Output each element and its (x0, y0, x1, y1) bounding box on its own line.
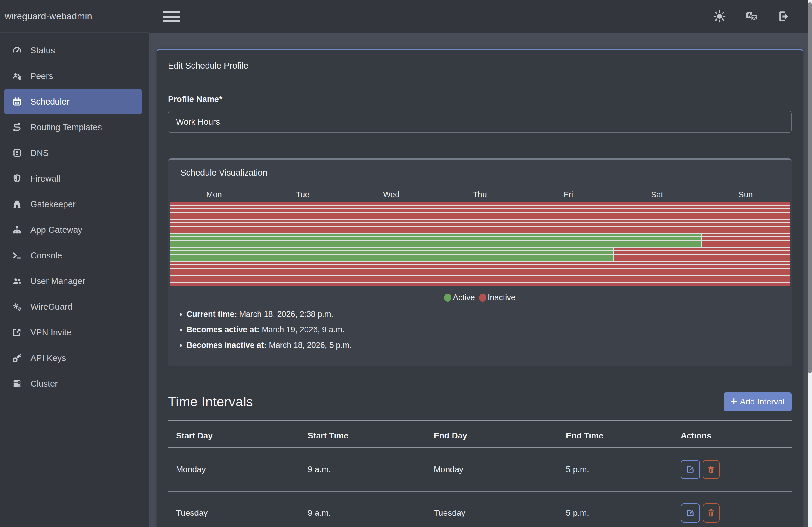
topbar (149, 0, 812, 33)
heatmap-hour-row (170, 223, 790, 226)
heatmap-hour-row (170, 248, 790, 251)
heatmap-hour-row (170, 244, 790, 247)
weekday-labels: MonTueWedThuFriSatSun (168, 186, 792, 202)
menu-toggle-button[interactable] (163, 11, 180, 22)
peers-gear-icon (12, 71, 25, 81)
intervals-table-body: Monday9 a.m.Monday5 p.m. Tuesday9 a.m.Tu… (168, 448, 792, 527)
app-brand: wireguard-webadmin (0, 0, 149, 33)
interval-cell: Monday (434, 448, 566, 491)
add-interval-button[interactable]: + Add Interval (724, 392, 792, 411)
sidebar-item-routing-templates[interactable]: Routing Templates (4, 115, 142, 140)
heatmap-hour-row (170, 230, 790, 233)
language-icon[interactable] (744, 9, 759, 24)
delete-interval-button[interactable] (703, 460, 720, 479)
plus-icon: + (731, 396, 737, 407)
heatmap-hour-row (170, 212, 790, 215)
sidebar-item-wireguard[interactable]: WireGuard (4, 294, 142, 319)
sidebar-item-app-gateway[interactable]: App Gateway (4, 217, 142, 243)
sidebar-item-api-keys[interactable]: API Keys (4, 345, 142, 371)
profile-name-input[interactable] (168, 111, 792, 133)
heatmap-hour-row (170, 279, 790, 282)
route-icon (12, 122, 25, 132)
legend-inactive-label: Inactive (488, 293, 516, 302)
share-icon (12, 327, 25, 337)
weekday-label: Thu (436, 186, 524, 202)
heatmap-hour-row (170, 258, 790, 261)
heatmap-hour-row (170, 255, 790, 258)
pen-square-icon (685, 508, 695, 518)
time-intervals-title: Time Intervals (168, 394, 253, 409)
sidebar-item-label: Cluster (30, 379, 58, 389)
card-title: Edit Schedule Profile (157, 50, 803, 81)
col-start-time: Start Time (307, 421, 433, 448)
heatmap-hour-row (170, 216, 790, 219)
sidebar-item-vpn-invite[interactable]: VPN Invite (4, 319, 142, 345)
sidebar-item-label: App Gateway (30, 225, 82, 235)
col-end-time: End Time (566, 421, 681, 448)
theme-toggle-sun-icon[interactable] (712, 9, 727, 24)
sidebar-item-label: Gatekeeper (30, 199, 76, 209)
sidebar-item-label: Firewall (30, 174, 60, 184)
heatmap-hour-row (170, 206, 790, 208)
trash-icon (707, 465, 716, 474)
legend: Active Inactive (168, 293, 792, 302)
weekday-label: Sat (613, 186, 701, 202)
heatmap-hour-row (170, 269, 790, 272)
weekday-label: Sun (701, 186, 790, 202)
interval-cell: Tuesday (434, 491, 566, 527)
interval-cell: Tuesday (168, 491, 307, 527)
calendar-icon (12, 96, 25, 107)
interval-cell: Monday (168, 448, 307, 491)
sidebar-nav: Status Peers Scheduler Routing Templates… (0, 33, 149, 396)
sidebar-item-label: Peers (30, 71, 53, 81)
intervals-table: Start Day Start Time End Day End Time Ac… (168, 421, 792, 527)
sidebar-item-user-manager[interactable]: User Manager (4, 268, 142, 294)
weekday-label: Mon (170, 186, 258, 202)
edit-interval-button[interactable] (681, 460, 700, 479)
sidebar-item-cluster[interactable]: Cluster (4, 371, 142, 396)
scrollbar-thumb[interactable] (808, 2, 812, 373)
sidebar-item-label: User Manager (30, 276, 85, 286)
schedule-status-list: Current time: March 18, 2026, 2:38 p.m. … (168, 309, 792, 350)
profile-name-label: Profile Name* (168, 94, 792, 104)
edit-schedule-profile-card: Edit Schedule Profile Profile Name* Sche… (157, 49, 803, 527)
terminal-icon (12, 251, 25, 260)
interval-row: Tuesday9 a.m.Tuesday5 p.m. (168, 491, 792, 527)
key-icon (12, 353, 25, 363)
heatmap-hour-row (170, 265, 790, 268)
heatmap-hour-row (170, 276, 790, 278)
legend-active-label: Active (453, 293, 475, 302)
interval-cell: 5 p.m. (566, 491, 681, 527)
sidebar-item-label: Routing Templates (30, 122, 102, 132)
sidebar-item-console[interactable]: Console (4, 243, 142, 268)
sidebar-item-label: Status (30, 46, 55, 56)
col-actions: Actions (681, 421, 792, 448)
sidebar-item-label: Scheduler (30, 97, 70, 107)
edit-interval-button[interactable] (681, 503, 700, 523)
heatmap-hour-row (170, 209, 790, 212)
scrollbar-track[interactable] (808, 0, 812, 527)
schedule-visualization-title: Schedule Visualization (168, 160, 792, 186)
gauge-icon (12, 45, 25, 56)
weekday-label: Wed (347, 186, 436, 202)
interval-cell: 9 a.m. (307, 491, 433, 527)
sidebar-item-label: WireGuard (30, 302, 72, 312)
address-book-icon (12, 148, 25, 158)
sidebar-item-peers[interactable]: Peers (4, 63, 142, 89)
status-line: Current time: March 18, 2026, 2:38 p.m. (186, 309, 792, 319)
interval-actions-cell (681, 491, 792, 527)
heatmap-hour-row (170, 234, 790, 236)
table-header-row: Start Day Start Time End Day End Time Ac… (168, 421, 792, 448)
sidebar-item-status[interactable]: Status (4, 37, 142, 63)
logout-icon[interactable] (777, 9, 791, 24)
sidebar-item-firewall[interactable]: Firewall (4, 166, 142, 191)
sidebar-item-label: DNS (30, 148, 49, 158)
interval-cell: 9 a.m. (307, 448, 433, 491)
delete-interval-button[interactable] (703, 503, 720, 523)
heatmap-hour-row (170, 220, 790, 222)
schedule-heatmap (170, 202, 790, 286)
sidebar-item-scheduler[interactable]: Scheduler (4, 89, 142, 115)
col-start-day: Start Day (168, 421, 307, 448)
sidebar-item-gatekeeper[interactable]: Gatekeeper (4, 191, 142, 217)
sidebar-item-dns[interactable]: DNS (4, 140, 142, 166)
